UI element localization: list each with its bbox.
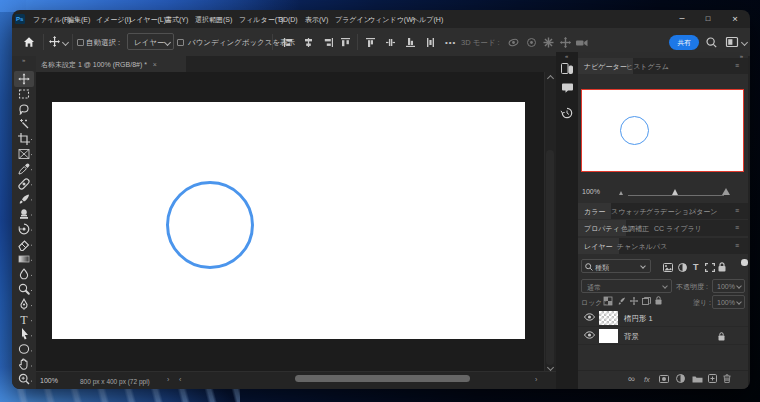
svg-text:T: T: [20, 313, 28, 327]
